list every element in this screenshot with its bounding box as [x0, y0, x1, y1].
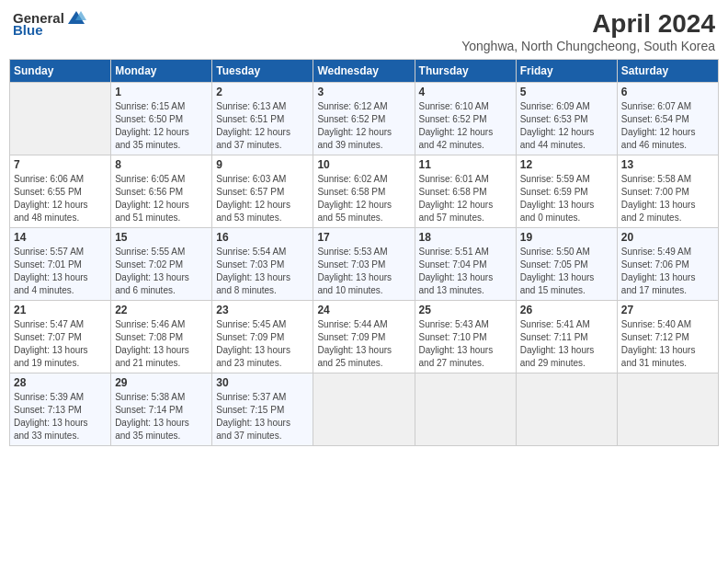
day-number: 1 [115, 86, 208, 98]
cell-info: Sunrise: 5:55 AM Sunset: 7:02 PM Dayligh… [115, 246, 208, 297]
day-number: 4 [419, 86, 512, 98]
calendar-cell: 13Sunrise: 5:58 AM Sunset: 7:00 PM Dayli… [617, 155, 718, 228]
calendar-cell: 2Sunrise: 6:13 AM Sunset: 6:51 PM Daylig… [212, 83, 313, 155]
page-header: General Blue April 2024 Yonghwa, North C… [9, 9, 719, 53]
calendar-cell: 16Sunrise: 5:54 AM Sunset: 7:03 PM Dayli… [212, 228, 313, 301]
calendar-cell: 9Sunrise: 6:03 AM Sunset: 6:57 PM Daylig… [212, 155, 313, 228]
cell-info: Sunrise: 5:59 AM Sunset: 6:59 PM Dayligh… [520, 173, 613, 224]
cell-info: Sunrise: 6:05 AM Sunset: 6:56 PM Dayligh… [115, 173, 208, 224]
calendar-cell: 22Sunrise: 5:46 AM Sunset: 7:08 PM Dayli… [111, 301, 212, 373]
calendar-cell: 8Sunrise: 6:05 AM Sunset: 6:56 PM Daylig… [111, 155, 212, 228]
day-number: 7 [14, 158, 107, 171]
header-cell-monday: Monday [111, 60, 212, 83]
cell-info: Sunrise: 6:02 AM Sunset: 6:58 PM Dayligh… [317, 173, 410, 224]
calendar-cell: 1Sunrise: 6:15 AM Sunset: 6:50 PM Daylig… [111, 83, 212, 155]
day-number: 24 [317, 304, 410, 316]
cell-info: Sunrise: 5:47 AM Sunset: 7:07 PM Dayligh… [14, 318, 107, 370]
day-number: 6 [621, 86, 714, 98]
cell-info: Sunrise: 6:03 AM Sunset: 6:57 PM Dayligh… [216, 173, 309, 224]
day-number: 28 [14, 376, 107, 389]
header-cell-thursday: Thursday [415, 60, 516, 83]
calendar-cell: 27Sunrise: 5:40 AM Sunset: 7:12 PM Dayli… [617, 301, 718, 373]
day-number: 27 [621, 304, 714, 316]
day-number: 22 [115, 304, 208, 316]
cell-info: Sunrise: 5:45 AM Sunset: 7:09 PM Dayligh… [216, 318, 309, 370]
calendar-cell [617, 373, 718, 446]
calendar-cell: 21Sunrise: 5:47 AM Sunset: 7:07 PM Dayli… [10, 301, 111, 373]
cell-info: Sunrise: 6:15 AM Sunset: 6:50 PM Dayligh… [115, 100, 208, 152]
header-cell-sunday: Sunday [10, 60, 111, 83]
calendar-cell: 28Sunrise: 5:39 AM Sunset: 7:13 PM Dayli… [10, 373, 111, 446]
calendar-cell: 3Sunrise: 6:12 AM Sunset: 6:52 PM Daylig… [313, 83, 415, 155]
calendar-cell [10, 83, 111, 155]
cell-info: Sunrise: 5:51 AM Sunset: 7:04 PM Dayligh… [419, 246, 512, 297]
calendar-cell [516, 373, 617, 446]
day-number: 2 [216, 86, 309, 98]
logo-icon [66, 9, 86, 26]
calendar-cell: 17Sunrise: 5:53 AM Sunset: 7:03 PM Dayli… [313, 228, 415, 301]
header-cell-friday: Friday [516, 60, 617, 83]
day-number: 9 [216, 158, 309, 171]
calendar-cell: 29Sunrise: 5:38 AM Sunset: 7:14 PM Dayli… [111, 373, 212, 446]
header-cell-tuesday: Tuesday [212, 60, 313, 83]
cell-info: Sunrise: 5:37 AM Sunset: 7:15 PM Dayligh… [216, 391, 309, 442]
cell-info: Sunrise: 5:58 AM Sunset: 7:00 PM Dayligh… [621, 173, 714, 224]
calendar-cell: 20Sunrise: 5:49 AM Sunset: 7:06 PM Dayli… [617, 228, 718, 301]
week-row-1: 7Sunrise: 6:06 AM Sunset: 6:55 PM Daylig… [10, 155, 719, 228]
day-number: 21 [14, 304, 107, 316]
title-section: April 2024 Yonghwa, North Chungcheong, S… [461, 9, 715, 53]
cell-info: Sunrise: 6:09 AM Sunset: 6:53 PM Dayligh… [520, 100, 613, 152]
logo: General Blue [13, 9, 86, 38]
cell-info: Sunrise: 6:06 AM Sunset: 6:55 PM Dayligh… [14, 173, 107, 224]
day-number: 18 [419, 231, 512, 244]
day-number: 19 [520, 231, 613, 244]
header-row: SundayMondayTuesdayWednesdayThursdayFrid… [10, 60, 719, 83]
calendar-cell [313, 373, 415, 446]
cell-info: Sunrise: 5:50 AM Sunset: 7:05 PM Dayligh… [520, 246, 613, 297]
calendar-cell: 18Sunrise: 5:51 AM Sunset: 7:04 PM Dayli… [415, 228, 516, 301]
cell-info: Sunrise: 5:39 AM Sunset: 7:13 PM Dayligh… [14, 391, 107, 442]
calendar-cell: 26Sunrise: 5:41 AM Sunset: 7:11 PM Dayli… [516, 301, 617, 373]
day-number: 26 [520, 304, 613, 316]
calendar-cell: 7Sunrise: 6:06 AM Sunset: 6:55 PM Daylig… [10, 155, 111, 228]
cell-info: Sunrise: 5:49 AM Sunset: 7:06 PM Dayligh… [621, 246, 714, 297]
calendar-cell: 11Sunrise: 6:01 AM Sunset: 6:58 PM Dayli… [415, 155, 516, 228]
month-title: April 2024 [461, 9, 715, 39]
calendar-cell: 19Sunrise: 5:50 AM Sunset: 7:05 PM Dayli… [516, 228, 617, 301]
day-number: 17 [317, 231, 410, 244]
cell-info: Sunrise: 6:10 AM Sunset: 6:52 PM Dayligh… [419, 100, 512, 152]
calendar-table: SundayMondayTuesdayWednesdayThursdayFrid… [9, 59, 719, 446]
calendar-cell: 5Sunrise: 6:09 AM Sunset: 6:53 PM Daylig… [516, 83, 617, 155]
cell-info: Sunrise: 6:13 AM Sunset: 6:51 PM Dayligh… [216, 100, 309, 152]
cell-info: Sunrise: 5:40 AM Sunset: 7:12 PM Dayligh… [621, 318, 714, 370]
calendar-cell [415, 373, 516, 446]
day-number: 14 [14, 231, 107, 244]
day-number: 20 [621, 231, 714, 244]
week-row-2: 14Sunrise: 5:57 AM Sunset: 7:01 PM Dayli… [10, 228, 719, 301]
calendar-cell: 24Sunrise: 5:44 AM Sunset: 7:09 PM Dayli… [313, 301, 415, 373]
day-number: 8 [115, 158, 208, 171]
week-row-4: 28Sunrise: 5:39 AM Sunset: 7:13 PM Dayli… [10, 373, 719, 446]
cell-info: Sunrise: 5:46 AM Sunset: 7:08 PM Dayligh… [115, 318, 208, 370]
header-cell-wednesday: Wednesday [313, 60, 415, 83]
calendar-cell: 10Sunrise: 6:02 AM Sunset: 6:58 PM Dayli… [313, 155, 415, 228]
calendar-cell: 12Sunrise: 5:59 AM Sunset: 6:59 PM Dayli… [516, 155, 617, 228]
cell-info: Sunrise: 5:57 AM Sunset: 7:01 PM Dayligh… [14, 246, 107, 297]
day-number: 16 [216, 231, 309, 244]
logo-blue: Blue [13, 22, 43, 38]
cell-info: Sunrise: 6:12 AM Sunset: 6:52 PM Dayligh… [317, 100, 410, 152]
day-number: 30 [216, 376, 309, 389]
calendar-cell: 25Sunrise: 5:43 AM Sunset: 7:10 PM Dayli… [415, 301, 516, 373]
cell-info: Sunrise: 5:41 AM Sunset: 7:11 PM Dayligh… [520, 318, 613, 370]
calendar-cell: 14Sunrise: 5:57 AM Sunset: 7:01 PM Dayli… [10, 228, 111, 301]
cell-info: Sunrise: 5:54 AM Sunset: 7:03 PM Dayligh… [216, 246, 309, 297]
location-title: Yonghwa, North Chungcheong, South Korea [461, 39, 715, 53]
cell-info: Sunrise: 6:07 AM Sunset: 6:54 PM Dayligh… [621, 100, 714, 152]
day-number: 13 [621, 158, 714, 171]
cell-info: Sunrise: 5:44 AM Sunset: 7:09 PM Dayligh… [317, 318, 410, 370]
week-row-3: 21Sunrise: 5:47 AM Sunset: 7:07 PM Dayli… [10, 301, 719, 373]
week-row-0: 1Sunrise: 6:15 AM Sunset: 6:50 PM Daylig… [10, 83, 719, 155]
cell-info: Sunrise: 5:38 AM Sunset: 7:14 PM Dayligh… [115, 391, 208, 442]
day-number: 29 [115, 376, 208, 389]
calendar-cell: 30Sunrise: 5:37 AM Sunset: 7:15 PM Dayli… [212, 373, 313, 446]
